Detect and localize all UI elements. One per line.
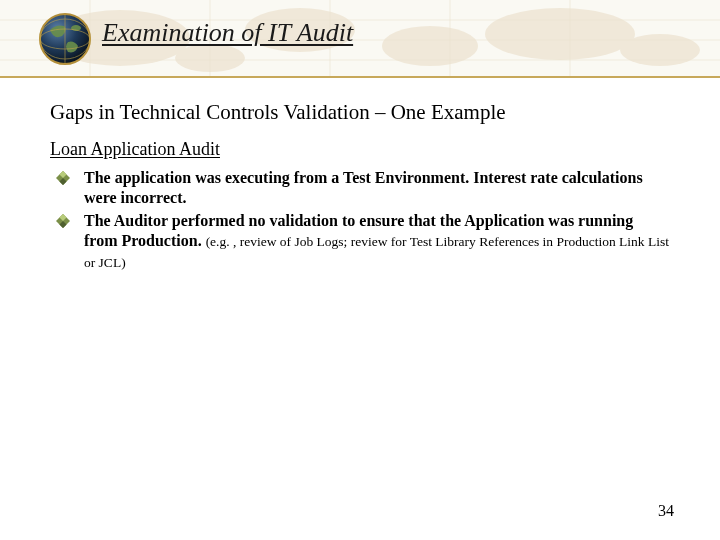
slide-subtitle: Gaps in Technical Controls Validation – … <box>50 100 670 125</box>
slide-content: Gaps in Technical Controls Validation – … <box>0 78 720 272</box>
page-number: 34 <box>658 502 674 520</box>
diamond-bullet-icon <box>56 171 70 185</box>
list-item: The application was executing from a Tes… <box>80 168 670 209</box>
svg-point-5 <box>620 34 700 66</box>
slide-header: Examination of IT Audit <box>0 0 720 78</box>
bullet-list: The application was executing from a Tes… <box>50 168 670 272</box>
list-item: The Auditor performed no validation to e… <box>80 211 670 272</box>
diamond-bullet-icon <box>56 214 70 228</box>
svg-point-4 <box>485 8 635 60</box>
bullet-text: The application was executing from a Tes… <box>84 169 643 206</box>
header-divider <box>0 76 720 78</box>
slide-title: Examination of IT Audit <box>102 18 353 48</box>
section-heading: Loan Application Audit <box>50 139 670 160</box>
globe-icon <box>38 12 92 66</box>
